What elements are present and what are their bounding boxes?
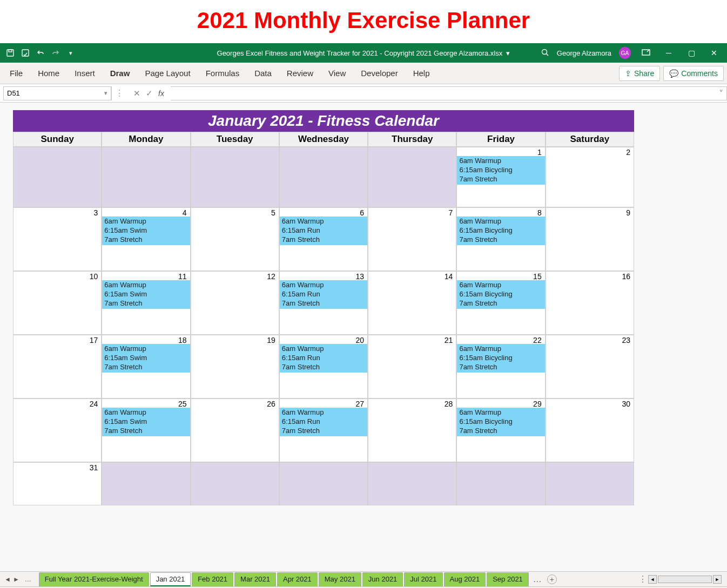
- calendar-cell[interactable]: 12: [191, 271, 279, 335]
- calendar-cell[interactable]: [102, 462, 190, 505]
- calendar-cell[interactable]: [368, 462, 456, 505]
- calendar-cell[interactable]: 2: [546, 147, 634, 207]
- user-name[interactable]: George Alzamora: [557, 49, 611, 57]
- calendar-cell[interactable]: 14: [368, 271, 456, 335]
- calendar-cell[interactable]: 206am Warmup6:15am Run7am Stretch: [279, 335, 368, 398]
- save-icon[interactable]: [5, 48, 15, 58]
- calendar-cell[interactable]: 256am Warmup6:15am Swim7am Stretch: [102, 398, 190, 462]
- ribbon-tab-developer[interactable]: Developer: [353, 63, 405, 84]
- calendar-cell[interactable]: 3: [13, 207, 102, 271]
- calendar-cell[interactable]: [279, 462, 368, 505]
- ribbon-tab-insert[interactable]: Insert: [67, 63, 103, 84]
- ribbon-tab-data[interactable]: Data: [247, 63, 279, 84]
- sheet-tab[interactable]: Sep 2021: [487, 572, 529, 586]
- calendar-cell[interactable]: 28: [368, 398, 456, 462]
- sheet-nav-prev-icon[interactable]: ◄: [4, 576, 11, 583]
- day-number: 12: [267, 272, 275, 281]
- calendar-cell[interactable]: [191, 147, 279, 207]
- sheet-tab[interactable]: Jan 2021: [150, 572, 191, 586]
- ribbon-tab-help[interactable]: Help: [406, 63, 437, 84]
- qat-dropdown-icon[interactable]: ▾: [66, 48, 76, 58]
- calendar-cell[interactable]: 21: [368, 335, 456, 398]
- calendar-cell[interactable]: [102, 147, 190, 207]
- sheet-tab[interactable]: Full Year 2021-Exercise-Weight: [39, 572, 149, 586]
- autosave-icon[interactable]: [21, 48, 30, 58]
- ribbon-display-icon[interactable]: [638, 49, 654, 57]
- close-icon[interactable]: ✕: [706, 49, 722, 57]
- ribbon-tab-draw[interactable]: Draw: [103, 63, 138, 84]
- scroll-right-icon[interactable]: ►: [713, 575, 722, 584]
- cancel-formula-icon[interactable]: ✕: [133, 89, 140, 98]
- search-icon[interactable]: [541, 48, 549, 58]
- name-box[interactable]: D51▾: [3, 86, 111, 100]
- event-block: 6am Warmup6:15am Bicycling7am Stretch: [457, 156, 544, 185]
- sheet-tab[interactable]: Feb 2021: [192, 572, 233, 586]
- calendar-cell[interactable]: 156am Warmup6:15am Bicycling7am Stretch: [456, 271, 545, 335]
- sheet-tab[interactable]: Mar 2021: [234, 572, 276, 586]
- calendar-cell[interactable]: 136am Warmup6:15am Run7am Stretch: [279, 271, 368, 335]
- enter-formula-icon[interactable]: ✓: [146, 89, 153, 98]
- sheet-nav-more-right[interactable]: …: [530, 575, 545, 584]
- calendar-cell[interactable]: 26: [191, 398, 279, 462]
- calendar-cell[interactable]: 24: [13, 398, 102, 462]
- ribbon-tab-page-layout[interactable]: Page Layout: [137, 63, 198, 84]
- calendar-cell[interactable]: 17: [13, 335, 102, 398]
- sheet-tab[interactable]: Aug 2021: [444, 572, 486, 586]
- calendar-cell[interactable]: 86am Warmup6:15am Bicycling7am Stretch: [456, 207, 545, 271]
- undo-icon[interactable]: [36, 48, 45, 58]
- ribbon-tab-formulas[interactable]: Formulas: [198, 63, 247, 84]
- calendar-cell[interactable]: 296am Warmup6:15am Bicycling7am Stretch: [456, 398, 545, 462]
- calendar-cell[interactable]: 10: [13, 271, 102, 335]
- calendar-cell[interactable]: 16am Warmup6:15am Bicycling7am Stretch: [456, 147, 545, 207]
- sheet-tab[interactable]: Jun 2021: [362, 572, 403, 586]
- event-block: 6am Warmup6:15am Swim7am Stretch: [102, 408, 190, 436]
- calendar-cell[interactable]: 66am Warmup6:15am Run7am Stretch: [279, 207, 368, 271]
- calendar-cell[interactable]: [368, 147, 456, 207]
- calendar-cell[interactable]: 276am Warmup6:15am Run7am Stretch: [279, 398, 368, 462]
- svg-point-3: [542, 49, 547, 54]
- calendar-cell[interactable]: 5: [191, 207, 279, 271]
- sheet-nav-more-left[interactable]: …: [22, 576, 35, 583]
- worksheet-area[interactable]: January 2021 - Fitness Calendar SundayMo…: [0, 103, 727, 588]
- sheet-tab[interactable]: Apr 2021: [277, 572, 318, 586]
- ribbon-tab-review[interactable]: Review: [279, 63, 321, 84]
- calendar-cell[interactable]: 186am Warmup6:15am Swim7am Stretch: [102, 335, 190, 398]
- calendar-cell[interactable]: 46am Warmup6:15am Swim7am Stretch: [102, 207, 190, 271]
- calendar-cell[interactable]: 16: [546, 271, 634, 335]
- calendar-cell[interactable]: [456, 462, 545, 505]
- sheet-tab[interactable]: May 2021: [319, 572, 361, 586]
- calendar-cell[interactable]: 226am Warmup6:15am Bicycling7am Stretch: [456, 335, 545, 398]
- formula-input[interactable]: [171, 86, 727, 100]
- fx-icon[interactable]: fx: [158, 89, 164, 98]
- new-sheet-button[interactable]: +: [547, 575, 557, 584]
- calendar-cell[interactable]: [191, 462, 279, 505]
- sheet-nav-next-icon[interactable]: ►: [13, 576, 19, 583]
- comments-button[interactable]: 💬Comments: [663, 66, 724, 81]
- calendar-cell[interactable]: 9: [546, 207, 634, 271]
- minimize-icon[interactable]: ─: [661, 49, 676, 57]
- calendar-cell[interactable]: [13, 147, 102, 207]
- day-number: 18: [178, 336, 187, 344]
- horizontal-scrollbar[interactable]: ⋮ ◄ ►: [638, 574, 727, 584]
- day-number: 27: [356, 400, 365, 408]
- day-number: 30: [622, 400, 630, 408]
- calendar-cell[interactable]: [279, 147, 368, 207]
- calendar-cell[interactable]: 30: [546, 398, 634, 462]
- ribbon-tab-view[interactable]: View: [321, 63, 353, 84]
- calendar-cell[interactable]: 19: [191, 335, 279, 398]
- calendar-cell[interactable]: 31: [13, 462, 102, 505]
- ribbon-tab-home[interactable]: Home: [30, 63, 67, 84]
- scroll-left-icon[interactable]: ◄: [648, 575, 657, 584]
- calendar-cell[interactable]: 116am Warmup6:15am Swim7am Stretch: [102, 271, 190, 335]
- calendar-cell[interactable]: [546, 462, 634, 505]
- redo-icon[interactable]: [51, 48, 60, 58]
- ribbon-tab-file[interactable]: File: [2, 63, 30, 84]
- calendar-cell[interactable]: 7: [368, 207, 456, 271]
- day-number: 20: [356, 336, 365, 344]
- sheet-tab[interactable]: Jul 2021: [404, 572, 442, 586]
- day-header: Tuesday: [191, 132, 279, 147]
- calendar-cell[interactable]: 23: [546, 335, 634, 398]
- share-button[interactable]: ⇪Share: [619, 66, 660, 81]
- maximize-icon[interactable]: ▢: [684, 49, 699, 57]
- avatar[interactable]: GA: [619, 47, 631, 59]
